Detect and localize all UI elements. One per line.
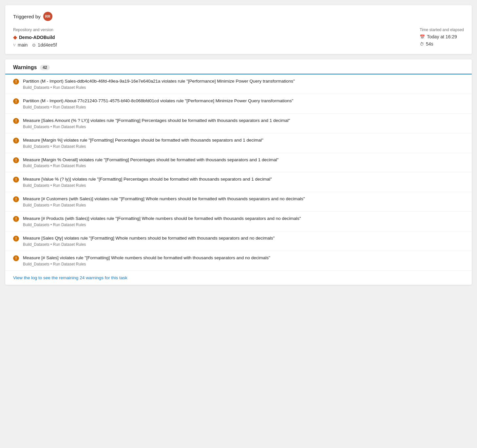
warning-item: ! Measure [Margin %] violates rule "[For… (5, 133, 472, 153)
warnings-title: Warnings (13, 65, 37, 70)
warning-content: Measure [# Customers (with Sales)] viola… (23, 196, 464, 207)
branch-name: main (18, 42, 28, 48)
meta-row: Repository and version ◆ Demo-ADOBuild ⑂… (13, 28, 464, 48)
branch-icon: ⑂ (13, 43, 16, 48)
repo-section: Repository and version ◆ Demo-ADOBuild ⑂… (13, 28, 57, 48)
time-started-value: Today at 16:29 (427, 34, 457, 39)
clock-icon: ⏱ (420, 42, 424, 47)
repo-icon: ◆ (13, 34, 17, 40)
warning-item: ! Measure [# Customers (with Sales)] vio… (5, 192, 472, 212)
warning-icon: ! (13, 157, 19, 163)
warning-meta: Build_Datasets • Run Dataset Rules (23, 164, 464, 168)
warning-message: Measure [Sales Qty] violates rule "[Form… (23, 235, 464, 242)
warning-content: Measure [Sales Qty] violates rule "[Form… (23, 235, 464, 247)
warning-message: Measure [# Products (with Sales)] violat… (23, 216, 464, 222)
warning-icon: ! (13, 177, 19, 183)
warning-meta: Build_Datasets • Run Dataset Rules (23, 262, 464, 266)
warning-message: Partition (M - Import) Sales-ddb4c40b-46… (23, 78, 464, 85)
warning-icon: ! (13, 79, 19, 85)
warning-icon: ! (13, 138, 19, 144)
warning-meta: Build_Datasets • Run Dataset Rules (23, 183, 464, 188)
warning-icon: ! (13, 255, 19, 261)
warnings-count-badge: 42 (40, 65, 49, 70)
time-section-label: Time started and elapsed (420, 28, 464, 32)
warning-list: ! Partition (M - Import) Sales-ddb4c40b-… (5, 74, 472, 271)
warning-content: Partition (M - Import) Sales-ddb4c40b-46… (23, 78, 464, 90)
repo-name-row: ◆ Demo-ADOBuild (13, 34, 57, 40)
avatar: RR (43, 12, 52, 21)
repo-name: Demo-ADOBuild (19, 35, 55, 40)
warning-item: ! Measure [# Products (with Sales)] viol… (5, 212, 472, 231)
warning-content: Measure [Margin %] violates rule "[Forma… (23, 137, 464, 149)
warning-content: Measure [Sales Amount (% ? LY)] violates… (23, 118, 464, 129)
warning-message: Measure [Value % (? ly)] violates rule "… (23, 176, 464, 183)
warning-meta: Build_Datasets • Run Dataset Rules (23, 144, 464, 149)
branch-commit-row: ⑂ main ⊙ 1dd4ee5f (13, 42, 57, 48)
warning-content: Measure [Value % (? ly)] violates rule "… (23, 176, 464, 188)
time-section: Time started and elapsed 📅 Today at 16:2… (420, 28, 464, 48)
warning-message: Measure [# Sales] violates rule "[Format… (23, 255, 464, 261)
warning-icon: ! (13, 98, 19, 104)
warning-message: Measure [Margin %] violates rule "[Forma… (23, 137, 464, 144)
repo-section-label: Repository and version (13, 28, 57, 32)
warning-icon: ! (13, 216, 19, 222)
warning-content: Measure [Margin % Overall] violates rule… (23, 157, 464, 168)
warning-content: Measure [# Products (with Sales)] violat… (23, 216, 464, 227)
warning-content: Measure [# Sales] violates rule "[Format… (23, 255, 464, 266)
warning-message: Measure [Sales Amount (% ? LY)] violates… (23, 118, 464, 124)
warning-item: ! Partition (M - Import) About-77c21240-… (5, 94, 472, 114)
warning-item: ! Measure [Margin % Overall] violates ru… (5, 153, 472, 173)
warning-item: ! Measure [Value % (? ly)] violates rule… (5, 172, 472, 192)
warning-item: ! Measure [Sales Amount (% ? LY)] violat… (5, 114, 472, 133)
warning-message: Measure [# Customers (with Sales)] viola… (23, 196, 464, 202)
time-started-row: 📅 Today at 16:29 (420, 34, 464, 39)
warnings-section: Warnings 42 ! Partition (M - Import) Sal… (5, 59, 472, 285)
triggered-header: Triggered by RR (13, 12, 464, 21)
warning-meta: Build_Datasets • Run Dataset Rules (23, 203, 464, 207)
triggered-label: Triggered by (13, 14, 41, 19)
warning-message: Partition (M - Import) About-77c21240-77… (23, 98, 464, 104)
warning-item: ! Measure [Sales Qty] violates rule "[Fo… (5, 231, 472, 251)
warning-icon: ! (13, 118, 19, 124)
warning-item: ! Partition (M - Import) Sales-ddb4c40b-… (5, 74, 472, 94)
warning-meta: Build_Datasets • Run Dataset Rules (23, 242, 464, 247)
elapsed-value: 54s (426, 41, 433, 47)
warning-meta: Build_Datasets • Run Dataset Rules (23, 125, 464, 129)
commit-hash: 1dd4ee5f (38, 42, 57, 48)
warning-icon: ! (13, 236, 19, 242)
warning-meta: Build_Datasets • Run Dataset Rules (23, 223, 464, 227)
warning-content: Partition (M - Import) About-77c21240-77… (23, 98, 464, 109)
commit-icon: ⊙ (32, 43, 36, 48)
calendar-icon: 📅 (420, 34, 425, 39)
warnings-header: Warnings 42 (5, 59, 472, 74)
view-log-link[interactable]: View the log to see the remaining 24 war… (5, 271, 472, 285)
warning-meta: Build_Datasets • Run Dataset Rules (23, 105, 464, 109)
warning-icon: ! (13, 196, 19, 202)
warning-meta: Build_Datasets • Run Dataset Rules (23, 85, 464, 90)
warning-item: ! Measure [# Sales] violates rule "[Form… (5, 251, 472, 271)
triggered-by-card: Triggered by RR Repository and version ◆… (5, 5, 472, 54)
elapsed-row: ⏱ 54s (420, 41, 464, 47)
warning-message: Measure [Margin % Overall] violates rule… (23, 157, 464, 163)
